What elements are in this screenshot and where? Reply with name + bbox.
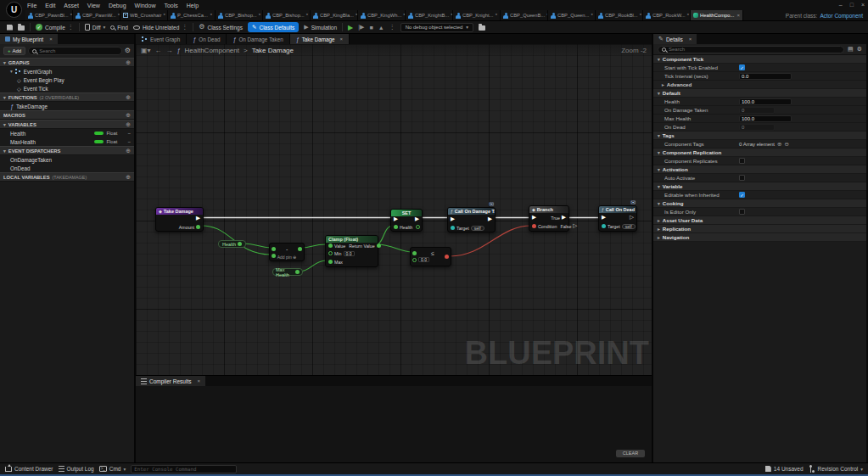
details-section-component-replication[interactable]: ▾Component Replication	[653, 148, 866, 157]
section-local-variables[interactable]: LOCAL VARIABLES (TAKEDAMAGE) ⊕	[0, 172, 134, 182]
output-log-button[interactable]: Output Log	[59, 466, 94, 472]
my-blueprint-tab[interactable]: My Blueprint ×	[0, 34, 58, 44]
clear-button[interactable]: CLEAR	[616, 450, 645, 457]
clamp-value-pin[interactable]	[328, 244, 333, 248]
section-variables[interactable]: ▾ VARIABLES ⊕	[0, 120, 134, 129]
frame-skip-button[interactable]: |▶	[358, 24, 364, 31]
exec-out-pin[interactable]: ▷	[630, 215, 634, 221]
exec-in-pin[interactable]: ▶	[394, 216, 398, 222]
details-section-tags[interactable]: ▾Tags	[653, 132, 866, 140]
add-function-icon[interactable]: ⊕	[126, 94, 131, 101]
content-drawer-button[interactable]: Content Drawer	[5, 466, 53, 472]
details-section-activation[interactable]: ▾Activation	[653, 165, 866, 174]
close-button[interactable]: ×	[861, 2, 865, 8]
asset-tab-cbp-queenb[interactable]: CBP_QueenB...*	[501, 10, 548, 20]
menu-view[interactable]: View	[87, 3, 100, 8]
exec-out-pin[interactable]: ▶	[415, 216, 419, 222]
details-section-cooking[interactable]: ▾Cooking	[653, 199, 866, 208]
panel-settings-icon[interactable]: ⚙	[125, 48, 131, 54]
compiler-results-tab[interactable]: Compiler Results ×	[136, 376, 205, 386]
add-local-variable-icon[interactable]: ⊕	[126, 174, 131, 181]
asset-tab-cbp-knightb[interactable]: CBP_KnightB...*	[406, 10, 453, 20]
console-command-box[interactable]	[131, 465, 237, 473]
asset-tab-cbp-knight[interactable]: CBP_Knight...*	[453, 10, 501, 20]
exec-in-pin[interactable]: ▶	[532, 215, 536, 221]
hide-unrelated-options-icon[interactable]: ⋮	[182, 24, 188, 31]
node-branch[interactable]: ◆ Branch ▶ True ▶ Condition	[529, 205, 569, 232]
add-dispatcher-icon[interactable]: ⊕	[126, 148, 131, 154]
console-command-input[interactable]	[134, 467, 233, 472]
forward-icon[interactable]: →	[166, 47, 173, 54]
compare-b-value[interactable]: 0.0	[418, 257, 429, 262]
details-settings-icon[interactable]: ⚙	[857, 46, 862, 53]
section-functions[interactable]: ▾ FUNCTIONS (2 OVERRIDABLE) ⊕	[0, 92, 134, 102]
node-call-on-dead[interactable]: ✉ ƒ Call On Dead ▶ ▷ Target	[598, 205, 637, 232]
variable-visibility-icon[interactable]: ~	[127, 131, 131, 136]
asset-tab-cbp-bishop[interactable]: CBP_Bishop...*	[216, 10, 263, 20]
is-editor-only-checkbox[interactable]	[739, 209, 745, 215]
menu-window[interactable]: Window	[135, 3, 156, 8]
back-icon[interactable]: ←	[155, 47, 162, 54]
add-pin-button[interactable]: Add pin ⊕	[270, 255, 304, 260]
clamp-max-pin[interactable]	[328, 260, 333, 264]
start-with-tick-enabled-checkbox[interactable]: ✓	[739, 64, 745, 70]
target-pin[interactable]	[602, 224, 606, 228]
save-icon[interactable]	[7, 25, 13, 31]
unsaved-indicator[interactable]: 14 Unsaved	[765, 466, 804, 472]
clamp-min-pin[interactable]	[328, 251, 333, 255]
menu-debug[interactable]: Debug	[109, 3, 126, 8]
item-event-begin-play[interactable]: ◇ Event Begin Play	[0, 76, 134, 84]
clamp-min-value[interactable]: 0.0	[344, 251, 355, 256]
node-call-on-damage-taken[interactable]: ✉ ƒ Call On Damage Taken ▶ ▶ Target	[447, 207, 496, 232]
item-event-tick[interactable]: ◇ Event Tick	[0, 84, 134, 92]
diff-button[interactable]: Diff▾	[85, 24, 105, 31]
maximize-button[interactable]: □	[850, 2, 854, 8]
graph-tab-on-damage-taken[interactable]: ƒ On Damage Taken	[227, 34, 289, 44]
close-tab-icon[interactable]: ×	[198, 378, 201, 384]
item-variable-health[interactable]: Health Float ~	[0, 129, 134, 137]
section-macros[interactable]: MACROS ⊕	[0, 110, 134, 120]
compare-a-pin[interactable]	[412, 251, 417, 255]
class-defaults-button[interactable]: ✎ Class Defaults	[248, 22, 299, 32]
play-options-icon[interactable]: ⋮	[389, 24, 395, 31]
max-health-out-pin[interactable]	[295, 270, 300, 274]
item-ondamagetaken[interactable]: OnDamageTaken	[0, 155, 134, 164]
asset-tab-cbp-rookbl[interactable]: CBP_RookBl...*	[596, 10, 643, 20]
item-variable-maxhealth[interactable]: MaxHealth Float ~	[0, 137, 134, 146]
exec-out-pin[interactable]: ▶	[196, 216, 200, 221]
asset-tab-wb-crosshair[interactable]: WB_Crosshair*	[120, 10, 168, 20]
exec-in-pin[interactable]: ▶	[451, 216, 455, 222]
asset-tab-cbp-kingwh[interactable]: CBP_KingWh...*	[358, 10, 406, 20]
node-clamp-float[interactable]: Clamp (Float) Value Return Value Min	[325, 235, 378, 267]
add-button[interactable]: + Add	[3, 47, 25, 55]
details-section-variable[interactable]: ▾Variable	[653, 182, 866, 191]
close-tab-icon[interactable]: ×	[49, 36, 53, 42]
asset-tab-cbp-kingbla[interactable]: CBP_KingBla...*	[311, 10, 358, 20]
asset-tab-cbp-bishop[interactable]: CBP_Bishop...*	[263, 10, 311, 20]
debug-object-dropdown[interactable]: No debug object selected▾	[400, 23, 473, 32]
graph-tab-event-graph[interactable]: Event Graph	[136, 34, 187, 44]
breadcrumb-current[interactable]: Take Damage	[252, 47, 294, 54]
node-get-health[interactable]: Health	[218, 240, 246, 248]
details-section-component-tick[interactable]: ▾Component Tick	[653, 55, 866, 64]
details-section-navigation[interactable]: ▸Navigation	[653, 233, 866, 242]
node-set-health[interactable]: SET ▶ ▶ Health	[390, 209, 423, 232]
item-takedamage-function[interactable]: ƒ TakeDamage	[0, 102, 134, 110]
menu-help[interactable]: Help	[187, 3, 199, 8]
true-out-pin[interactable]: ▶	[562, 215, 566, 221]
find-button[interactable]: Find	[110, 25, 128, 31]
revision-control-button[interactable]: Revision Control▾	[809, 466, 863, 473]
item-ondead[interactable]: OnDead	[0, 164, 134, 172]
clear-array-icon[interactable]: ⊖	[784, 141, 788, 148]
menu-asset[interactable]: Asset	[64, 3, 79, 8]
asset-tab-cbp-rookw[interactable]: CBP_RookW...*	[643, 10, 691, 20]
health-in-pin[interactable]	[394, 225, 398, 229]
section-graphs[interactable]: ▾ GRAPHS ⊕	[0, 58, 134, 67]
simulation-button[interactable]: ▶ Simulation	[304, 24, 337, 31]
asset-tab-healthcompo[interactable]: HealthCompo...×	[691, 10, 743, 20]
close-tab-icon[interactable]: ×	[340, 36, 344, 42]
asset-tab-cbp-pawnbl[interactable]: CBP_PawnBl...*	[25, 10, 73, 20]
compare-result-pin[interactable]	[445, 255, 449, 259]
cmd-dropdown[interactable]: >_ Cmd▾	[99, 466, 126, 472]
exec-in-pin[interactable]: ▶	[602, 215, 606, 221]
